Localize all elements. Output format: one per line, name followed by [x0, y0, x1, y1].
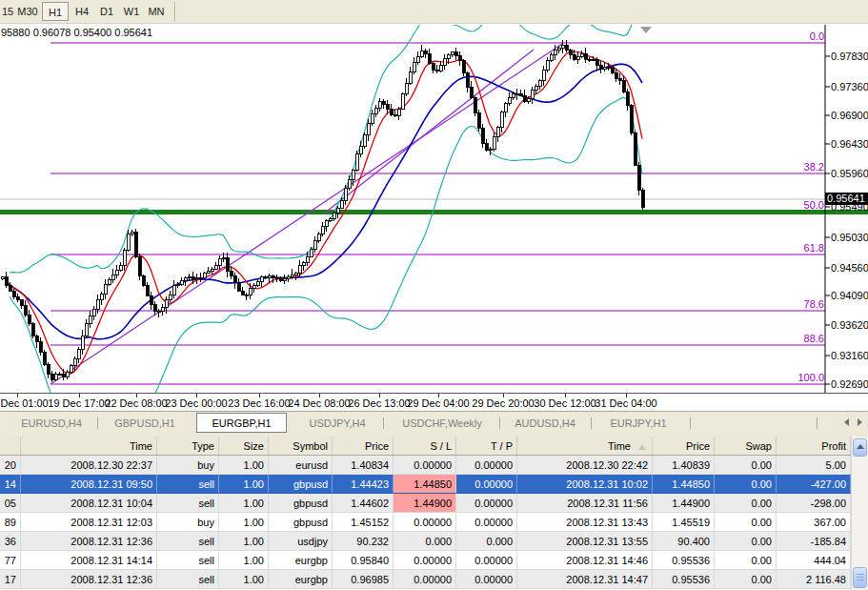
time-axis-label: 23 Dec 00:00	[161, 397, 232, 409]
price-axis-label: 0.93160	[831, 350, 868, 361]
cell-order: 20	[0, 456, 21, 475]
cell-order: 05	[0, 494, 21, 513]
cell-time: 2008.12.31 12:03	[21, 513, 157, 532]
scrollbar-thumb[interactable]	[853, 567, 867, 588]
table-row[interactable]: 362008.12.31 12:36sell1.00usdjpy90.2320.…	[0, 532, 868, 551]
cell-price: 1.44602	[333, 494, 394, 513]
price-axis-label: 0.96430	[831, 138, 868, 150]
cell-t-p: 0.00000	[456, 513, 517, 532]
timeframe-button-15[interactable]: 15	[0, 2, 15, 21]
cell-symbol: gbpusd	[269, 513, 333, 532]
cell-time: 2008.12.31 12:36	[21, 532, 157, 551]
price-axis-label: 0.95030	[831, 232, 868, 243]
column-header-time[interactable]: Time	[517, 437, 653, 455]
column-header-price[interactable]: Price	[653, 437, 715, 455]
table-row[interactable]: 772008.12.31 14:14sell1.00eurgbp0.958400…	[0, 551, 868, 570]
column-header-symbol[interactable]: Symbol	[269, 437, 333, 455]
fib-level-label: 78.6	[804, 298, 824, 310]
cell-price: 90.400	[653, 532, 715, 551]
fib-level-label: 88.6	[804, 333, 824, 344]
fib-level-label: 38.2	[804, 161, 824, 173]
cell-swap: 0.00	[715, 475, 777, 494]
cell-t-p: 0.00000	[456, 494, 517, 513]
cell-order: 89	[0, 513, 21, 532]
column-header-price[interactable]: Price	[333, 437, 394, 455]
column-header-order[interactable]	[0, 437, 21, 455]
table-row[interactable]: 172008.12.31 12:36sell1.00eurgbp0.969850…	[0, 570, 868, 589]
timeframe-button-m30[interactable]: M30	[14, 2, 41, 21]
arrow-up-icon	[857, 444, 864, 449]
fib-level-label: 61.8	[804, 242, 824, 254]
chart-shift-marker-icon	[640, 27, 652, 33]
cell-time: 2008.12.31 14:47	[517, 570, 653, 589]
chart-tab-usdchf[interactable]: USDCHF,Weekly	[389, 415, 495, 432]
cell-swap: 0.00	[715, 456, 777, 475]
cell-symbol: gbpusd	[269, 494, 333, 513]
column-header-t-p[interactable]: T / P	[456, 437, 517, 455]
cell-swap: 0.00	[715, 494, 777, 513]
cell-price: 1.45519	[653, 513, 715, 532]
cell-price: 1.44423	[333, 475, 394, 494]
table-row[interactable]: 052008.12.31 10:04sell1.00gbpusd1.446021…	[0, 494, 868, 513]
cell-s-l: 0.00000	[394, 456, 456, 475]
tab-scroll-right-icon[interactable]	[858, 418, 862, 426]
candlestick-chart[interactable]	[0, 25, 868, 393]
cell-symbol: eurusd	[269, 456, 333, 475]
table-row[interactable]: 892008.12.31 12:03buy1.00gbpusd1.451520.…	[0, 513, 868, 532]
cell-symbol: eurgbp	[269, 570, 333, 589]
time-axis-label: 31 Dec 04:00	[591, 397, 661, 409]
timeframe-button-d1[interactable]: D1	[94, 2, 119, 21]
chart-tab-eurgbp[interactable]: EURGBP,H1	[196, 413, 287, 433]
timeframe-button-h1[interactable]: H1	[42, 2, 69, 21]
timeframe-button-mn[interactable]: MN	[144, 2, 169, 21]
column-header-s-l[interactable]: S / L	[394, 437, 456, 455]
cell-s-l: 0.000	[394, 532, 456, 551]
tab-scroll-left-icon[interactable]	[844, 418, 849, 426]
time-axis-label: 30 Dec 12:00	[530, 397, 600, 409]
cell-price: 90.232	[333, 532, 394, 551]
cell-price: 1.44850	[653, 475, 715, 494]
scrollbar-up-button[interactable]	[853, 438, 867, 457]
tab-divider	[383, 417, 384, 429]
timeframe-button-w1[interactable]: W1	[119, 2, 144, 21]
cell-size: 1.00	[219, 532, 269, 551]
cell-profit: 367.00	[777, 513, 851, 532]
timeframe-button-h4[interactable]: H4	[70, 2, 94, 21]
mt4-window: { "toolbar": { "buttons": [ {"label":"15…	[0, 0, 868, 590]
fib-level-label: 0.0	[810, 31, 824, 42]
cell-price: 1.40839	[653, 456, 715, 475]
cell-time: 2008.12.31 10:02	[517, 475, 653, 494]
cell-s-l: 0.00000	[394, 513, 456, 532]
column-header-swap[interactable]: Swap	[715, 437, 777, 455]
cell-profit: 444.04	[777, 551, 851, 570]
cell-t-p: 0.00000	[456, 456, 517, 475]
column-header-type[interactable]: Type	[157, 437, 219, 455]
price-axis-label: 0.92690	[831, 378, 868, 390]
terminal-scrollbar[interactable]	[851, 437, 868, 590]
cell-s-l: 1.44850	[394, 475, 456, 494]
table-row[interactable]: 202008.12.30 22:37buy1.00eurusd1.408340.…	[0, 456, 868, 475]
cell-time: 2008.12.31 13:43	[517, 513, 653, 532]
time-axis-label: 29 Dec 04:00	[403, 397, 474, 409]
chart-tab-gbpusd[interactable]: GBPUSD,H1	[103, 415, 187, 432]
column-header-time[interactable]: Time	[21, 437, 157, 455]
cell-price: 0.96985	[333, 570, 394, 589]
cell-s-l: 0.00000	[394, 570, 456, 589]
cell-price: 0.95840	[333, 551, 394, 570]
chart-panel[interactable]: 95880 0.96078 0.95400 0.95641 0.95641 0.…	[0, 25, 868, 393]
chart-tab-audusd[interactable]: AUDUSD,H4	[503, 415, 587, 432]
cell-profit: 2 116.48	[777, 570, 851, 589]
chart-tab-eurusd[interactable]: EURUSD,H4	[10, 415, 93, 432]
time-axis-label: 29 Dec 20:00	[468, 397, 538, 409]
chart-tab-usdjpy[interactable]: USDJPY,H4	[295, 415, 379, 432]
tab-divider	[499, 417, 500, 429]
cell-s-l: 0.00000	[394, 551, 456, 570]
table-row[interactable]: 142008.12.31 09:50sell1.00gbpusd1.444231…	[0, 475, 868, 494]
column-header-profit[interactable]: Profit	[777, 437, 851, 455]
cell-t-p: 0.00000	[456, 551, 517, 570]
column-header-size[interactable]: Size	[219, 437, 269, 455]
cell-type: buy	[157, 456, 219, 475]
cell-symbol: usdjpy	[269, 532, 333, 551]
chart-tab-eurjpy[interactable]: EURJPY,H1	[596, 415, 680, 432]
terminal-panel: TimeTypeSizeSymbolPriceS / LT / PTimePri…	[0, 437, 868, 590]
